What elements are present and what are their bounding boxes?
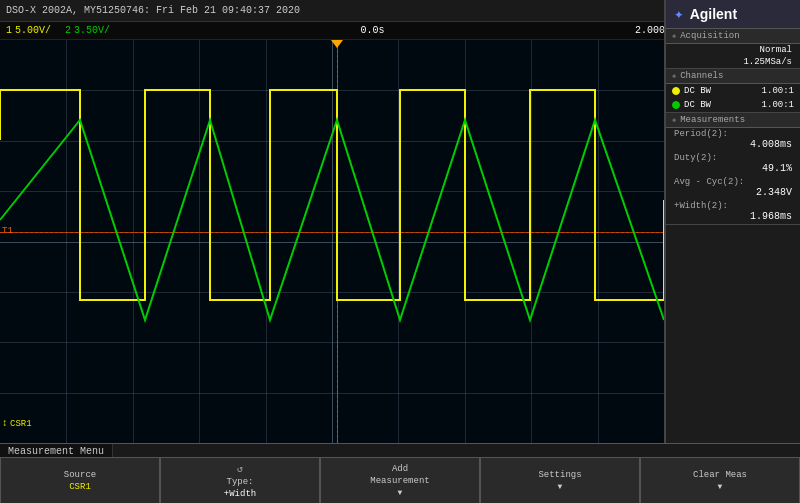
ch1-row: DC BW 1.00:1 (666, 84, 800, 98)
ch2-waveform (0, 120, 664, 320)
source-label: Source (64, 470, 96, 480)
agilent-logo-icon: ✦ (674, 4, 684, 24)
meas-avg: Avg - Cyc(2): 2.348V (666, 176, 800, 200)
measurements-section: Measurements Period(2): 4.008ms Duty(2):… (666, 113, 800, 225)
ch1-bw-label: DC BW (684, 86, 711, 96)
add-measurement-button[interactable]: Add Measurement ▼ (320, 457, 480, 503)
add-meas-label2: Measurement (370, 476, 429, 486)
time-offset: 0.0s (124, 25, 621, 36)
source-button[interactable]: Source CSR1 (0, 457, 160, 503)
measurements-title: Measurements (666, 113, 800, 128)
ch1-scale-value: 5.00V/ (15, 25, 51, 36)
ch1-number: 1 (6, 25, 12, 36)
channels-title: Channels (666, 69, 800, 84)
time-value: 0.0s (360, 25, 384, 36)
duty-value: 49.1% (666, 163, 800, 176)
clear-meas-button[interactable]: Clear Meas ▼ (640, 457, 800, 503)
ch1-waveform (0, 90, 664, 300)
avg-label: Avg - Cyc(2): (666, 176, 800, 187)
width-label: +Width(2): (666, 200, 800, 211)
ch2-row: DC BW 1.00:1 (666, 98, 800, 112)
bottom-buttons[interactable]: Source CSR1 ↺ Type: +Width Add Measureme… (0, 457, 800, 503)
type-value: +Width (224, 489, 256, 499)
bottom-bar: Measurement Menu Source CSR1 ↺ Type: +Wi… (0, 443, 800, 503)
agilent-logo-text: Agilent (690, 6, 737, 22)
acquisition-mode: Normal (760, 45, 792, 55)
type-button[interactable]: ↺ Type: +Width (160, 457, 320, 503)
settings-button[interactable]: Settings ▼ (480, 457, 640, 503)
type-label: Type: (226, 477, 253, 487)
clear-meas-label: Clear Meas (693, 470, 747, 480)
acquisition-mode-row: Normal (666, 44, 800, 56)
meas-width: +Width(2): 1.968ms (666, 200, 800, 224)
avg-value: 2.348V (666, 187, 800, 200)
ch1-ratio: 1.00:1 (762, 86, 794, 96)
meas-duty: Duty(2): 49.1% (666, 152, 800, 176)
source-value: CSR1 (69, 482, 91, 492)
settings-label: Settings (538, 470, 581, 480)
ch2-ratio: 1.00:1 (762, 100, 794, 110)
ch2-scale-value: 3.50V/ (74, 25, 110, 36)
width-value: 1.968ms (666, 211, 800, 224)
acquisition-rate: 1.25MSa/s (743, 57, 792, 67)
channels-section: Channels DC BW 1.00:1 DC BW 1.00:1 (666, 69, 800, 113)
scope-display: T1 ↕ CSR1 (0, 40, 664, 443)
clear-meas-arrow: ▼ (718, 482, 723, 491)
waveform-display (0, 40, 664, 443)
ch2-dot (672, 101, 680, 109)
ch2-scale: 2 3.50V/ (65, 25, 110, 36)
settings-arrow: ▼ (558, 482, 563, 491)
period-value: 4.008ms (666, 139, 800, 152)
add-meas-label: Add (392, 464, 408, 474)
acquisition-rate-row: 1.25MSa/s (666, 56, 800, 68)
period-label: Period(2): (666, 128, 800, 139)
acquisition-title: Acquisition (666, 29, 800, 44)
duty-label: Duty(2): (666, 152, 800, 163)
logo-area: ✦ Agilent (666, 0, 800, 29)
ch1-dot (672, 87, 680, 95)
add-meas-arrow: ▼ (398, 488, 403, 497)
ch2-bw-label: DC BW (684, 100, 711, 110)
meas-period: Period(2): 4.008ms (666, 128, 800, 152)
acquisition-section: Acquisition Normal 1.25MSa/s (666, 29, 800, 69)
ch2-number: 2 (65, 25, 71, 36)
ch1-scale: 1 5.00V/ (6, 25, 51, 36)
right-panel: ✦ Agilent Acquisition Normal 1.25MSa/s C… (664, 0, 800, 443)
rotate-icon: ↺ (237, 463, 243, 475)
